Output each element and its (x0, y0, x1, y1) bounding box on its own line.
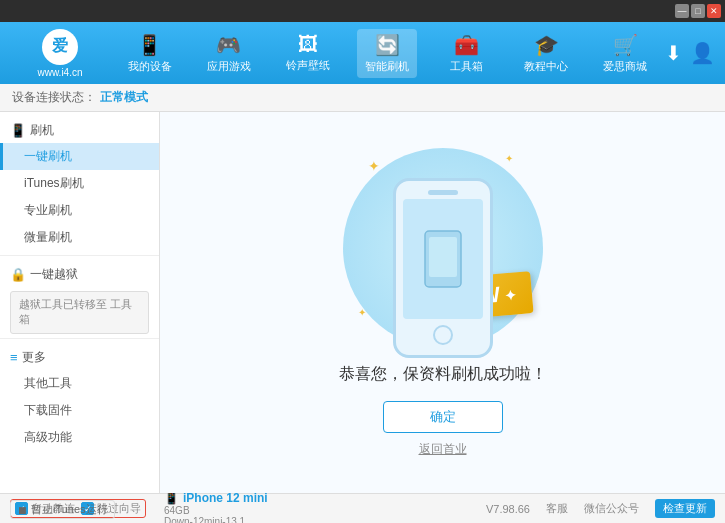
nav-tutorial-label: 教程中心 (524, 59, 568, 74)
nav-smart-flash-icon: 🔄 (375, 33, 400, 57)
nav-my-device-icon: 📱 (137, 33, 162, 57)
close-button[interactable]: ✕ (707, 4, 721, 18)
stop-itunes-button[interactable]: ⏹ 暂止iTunes运行 (10, 500, 115, 519)
version-label: V7.98.66 (486, 503, 530, 515)
nav-wallpaper-label: 铃声壁纸 (286, 58, 330, 73)
status-value: 正常模式 (100, 89, 148, 106)
success-message: 恭喜您，保资料刷机成功啦！ (339, 364, 547, 385)
jailbreak-section-icon: 🔒 (10, 267, 26, 282)
nav-apps-icon: 🎮 (216, 33, 241, 57)
logo[interactable]: 爱 www.i4.cn (10, 29, 110, 78)
nav-tutorial[interactable]: 🎓 教程中心 (516, 29, 576, 78)
phone-screen (403, 199, 483, 319)
sparkle-1: ✦ (368, 158, 380, 174)
nav-toolbox-label: 工具箱 (450, 59, 483, 74)
device-model: Down-12mini-13,1 (164, 516, 268, 524)
title-bar: — □ ✕ (0, 0, 725, 22)
download-button[interactable]: ⬇ (665, 41, 682, 65)
divider-2 (0, 338, 159, 339)
stop-icon: ⏹ (17, 504, 28, 516)
sidebar-item-download-firmware[interactable]: 下载固件 (0, 397, 159, 424)
jailbreak-section-label: 一键越狱 (30, 266, 78, 283)
confirm-button[interactable]: 确定 (383, 401, 503, 433)
sidebar-section-more: ≡ 更多 (0, 343, 159, 370)
top-nav: 爱 www.i4.cn 📱 我的设备 🎮 应用游戏 🖼 铃声壁纸 🔄 智能刷机 … (0, 22, 725, 84)
sidebar-item-pro-flash[interactable]: 专业刷机 (0, 197, 159, 224)
check-update-button[interactable]: 检查更新 (655, 499, 715, 518)
nav-toolbox[interactable]: 🧰 工具箱 (437, 29, 497, 78)
logo-icon: 爱 (42, 29, 78, 65)
sidebar-item-itunes-flash[interactable]: iTunes刷机 (0, 170, 159, 197)
maximize-button[interactable]: □ (691, 4, 705, 18)
phone-speaker (428, 190, 458, 195)
again-link[interactable]: 返回首业 (419, 441, 467, 458)
nav-apps[interactable]: 🎮 应用游戏 (199, 29, 259, 78)
nav-wallpaper-icon: 🖼 (298, 33, 318, 56)
nav-right: ⬇ 👤 (665, 41, 715, 65)
nav-my-device-label: 我的设备 (128, 59, 172, 74)
nav-store[interactable]: 🛒 爱思商城 (595, 29, 655, 78)
nav-wallpaper[interactable]: 🖼 铃声壁纸 (278, 29, 338, 77)
device-info: 📱 iPhone 12 mini 64GB Down-12mini-13,1 (164, 491, 268, 524)
minimize-button[interactable]: — (675, 4, 689, 18)
content-area: ✦ ✦ ✦ NEW 恭喜您，保资料刷机成功啦！ 确定 返回首业 (160, 112, 725, 493)
nav-store-label: 爱思商城 (603, 59, 647, 74)
flash-section-label: 刷机 (30, 122, 54, 139)
nav-items: 📱 我的设备 🎮 应用游戏 🖼 铃声壁纸 🔄 智能刷机 🧰 工具箱 🎓 教程中心… (110, 29, 665, 78)
more-section-label: 更多 (22, 349, 46, 366)
divider-1 (0, 255, 159, 256)
main-layout: 📱 刷机 一键刷机 iTunes刷机 专业刷机 微量刷机 🔒 一键越狱 越狱工具… (0, 112, 725, 493)
phone-illustration (393, 178, 493, 358)
logo-text: www.i4.cn (37, 67, 82, 78)
nav-tutorial-icon: 🎓 (534, 33, 559, 57)
nav-store-icon: 🛒 (613, 33, 638, 57)
sidebar-item-advanced[interactable]: 高级功能 (0, 424, 159, 451)
bottom-right: V7.98.66 客服 微信公众号 检查更新 (486, 499, 715, 518)
device-capacity: 64GB (164, 505, 268, 516)
sidebar-item-micro-flash[interactable]: 微量刷机 (0, 224, 159, 251)
jailbreak-info-box: 越狱工具已转移至 工具箱 (10, 291, 149, 334)
nav-smart-flash[interactable]: 🔄 智能刷机 (357, 29, 417, 78)
sidebar: 📱 刷机 一键刷机 iTunes刷机 专业刷机 微量刷机 🔒 一键越狱 越狱工具… (0, 112, 160, 493)
nav-toolbox-icon: 🧰 (454, 33, 479, 57)
wechat-link[interactable]: 微信公众号 (584, 501, 639, 516)
sparkle-2: ✦ (505, 153, 513, 164)
flash-section-icon: 📱 (10, 123, 26, 138)
nav-my-device[interactable]: 📱 我的设备 (120, 29, 180, 78)
sidebar-section-jailbreak: 🔒 一键越狱 (0, 260, 159, 287)
phone-home-button (433, 325, 453, 345)
user-button[interactable]: 👤 (690, 41, 715, 65)
svg-rect-1 (429, 237, 457, 277)
sidebar-item-one-key-flash[interactable]: 一键刷机 (0, 143, 159, 170)
sidebar-item-other-tools[interactable]: 其他工具 (0, 370, 159, 397)
nav-apps-label: 应用游戏 (207, 59, 251, 74)
nav-smart-flash-label: 智能刷机 (365, 59, 409, 74)
bottom-bar: ✓ 自动教连 ✓ 跳过向导 📱 iPhone 12 mini 64GB Down… (0, 493, 725, 523)
status-label: 设备连接状态： (12, 89, 96, 106)
sparkle-3: ✦ (358, 307, 366, 318)
sidebar-section-flash: 📱 刷机 (0, 116, 159, 143)
status-bar: 设备连接状态： 正常模式 (0, 84, 725, 112)
customer-service-link[interactable]: 客服 (546, 501, 568, 516)
more-section-icon: ≡ (10, 350, 18, 365)
